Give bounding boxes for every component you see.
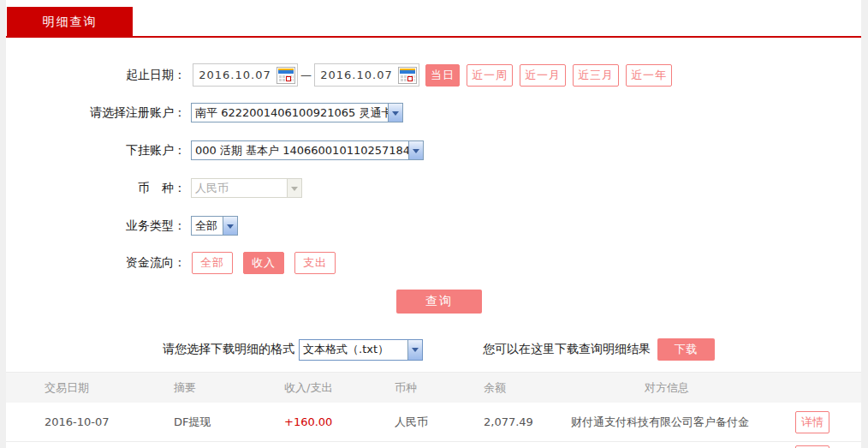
quick-range-year-button[interactable]: 近一年 [626, 64, 672, 87]
table-header-row: 交易日期 摘要 收入/支出 币种 余额 对方信息 [6, 372, 861, 403]
chevron-down-icon[interactable] [408, 141, 423, 159]
registered-account-label: 请选择注册账户： [6, 105, 186, 121]
cell-date: 2016-10-07 [6, 415, 134, 428]
tab-bar: 明细查询 [6, 0, 861, 36]
fund-flow-expense-button[interactable]: 支出 [294, 252, 336, 274]
end-date-value: 2016.10.07 [315, 69, 398, 81]
download-button[interactable]: 下载 [657, 338, 715, 361]
detail-query-page: 明细查询 起止日期： 2016.10.07 — 2016.10.07 当日 近一… [6, 0, 861, 448]
fund-flow-all-button[interactable]: 全部 [192, 252, 233, 274]
start-date-input[interactable]: 2016.10.07 [193, 63, 298, 87]
download-format-value: 文本格式（.txt） [300, 342, 407, 357]
fund-flow-row: 资金流向： 全部 收入 支出 [6, 252, 861, 274]
business-type-label: 业务类型： [6, 218, 186, 234]
sub-account-value: 000 活期 基本户 1406600101102571848 [192, 143, 408, 158]
currency-row: 币 种： 人民币 [6, 178, 861, 198]
start-date-value: 2016.10.07 [193, 69, 276, 81]
registered-account-row: 请选择注册账户： 南平 6222001406100921065 灵通卡 [6, 103, 861, 122]
date-range-label: 起止日期： [6, 68, 186, 83]
registered-account-value: 南平 6222001406100921065 灵通卡 [192, 105, 388, 121]
fund-flow-label: 资金流向： [6, 255, 186, 271]
query-button[interactable]: 查询 [396, 290, 482, 314]
end-date-input[interactable]: 2016.10.07 [314, 63, 419, 87]
quick-range-today-button[interactable]: 当日 [425, 64, 460, 87]
cell-summary: DF提现 [134, 415, 246, 430]
header-counterparty: 对方信息 [554, 380, 861, 396]
cell-currency: 人民币 [357, 415, 443, 430]
table-row-partial: 详情 [6, 442, 861, 448]
chevron-down-icon [287, 179, 301, 197]
download-hint: 您可以在这里下载查询明细结果 [483, 342, 651, 357]
cell-amount: +160.00 [246, 415, 357, 428]
date-range-row: 起止日期： 2016.10.07 — 2016.10.07 当日 近一周 近一月… [6, 63, 861, 87]
results-table: 交易日期 摘要 收入/支出 币种 余额 对方信息 2016-10-07 DF提现… [6, 372, 861, 448]
chevron-down-icon[interactable] [407, 340, 422, 360]
sub-account-row: 下挂账户： 000 活期 基本户 1406600101102571848 [6, 140, 861, 160]
tab-underline [6, 36, 861, 38]
header-summary: 摘要 [134, 380, 246, 396]
header-currency: 币种 [357, 380, 443, 396]
quick-range-month-button[interactable]: 近一月 [520, 64, 566, 87]
download-format-label: 请您选择下载明细的格式 [163, 342, 294, 357]
quick-range-quarter-button[interactable]: 近三月 [573, 64, 619, 87]
business-type-select[interactable]: 全部 [191, 216, 238, 236]
download-format-select[interactable]: 文本格式（.txt） [299, 339, 423, 361]
currency-label: 币 种： [6, 181, 186, 196]
calendar-icon[interactable] [276, 67, 295, 84]
chevron-down-icon[interactable] [388, 104, 402, 122]
table-row: 2016-10-07 DF提现 +160.00 人民币 2,077.49 财付通… [6, 403, 861, 442]
business-type-row: 业务类型： 全部 [6, 216, 861, 236]
currency-select: 人民币 [191, 178, 302, 198]
calendar-icon[interactable] [398, 67, 417, 84]
cell-balance: 2,077.49 [443, 415, 554, 428]
business-type-value: 全部 [192, 218, 223, 234]
tab-detail-query[interactable]: 明细查询 [7, 7, 133, 36]
date-separator: — [298, 69, 314, 81]
chevron-down-icon[interactable] [223, 217, 237, 235]
sub-account-label: 下挂账户： [6, 143, 186, 158]
registered-account-select[interactable]: 南平 6222001406100921065 灵通卡 [191, 103, 403, 122]
detail-button[interactable]: 详情 [795, 411, 829, 433]
header-balance: 余额 [443, 380, 554, 396]
header-date: 交易日期 [6, 380, 134, 396]
sub-account-select[interactable]: 000 活期 基本户 1406600101102571848 [191, 140, 424, 160]
fund-flow-income-button[interactable]: 收入 [243, 252, 284, 274]
quick-range-week-button[interactable]: 近一周 [467, 64, 513, 87]
header-amount: 收入/支出 [246, 380, 357, 396]
currency-value: 人民币 [192, 181, 287, 196]
download-row: 请您选择下载明细的格式 文本格式（.txt） 您可以在这里下载查询明细结果 下载 [6, 338, 861, 361]
